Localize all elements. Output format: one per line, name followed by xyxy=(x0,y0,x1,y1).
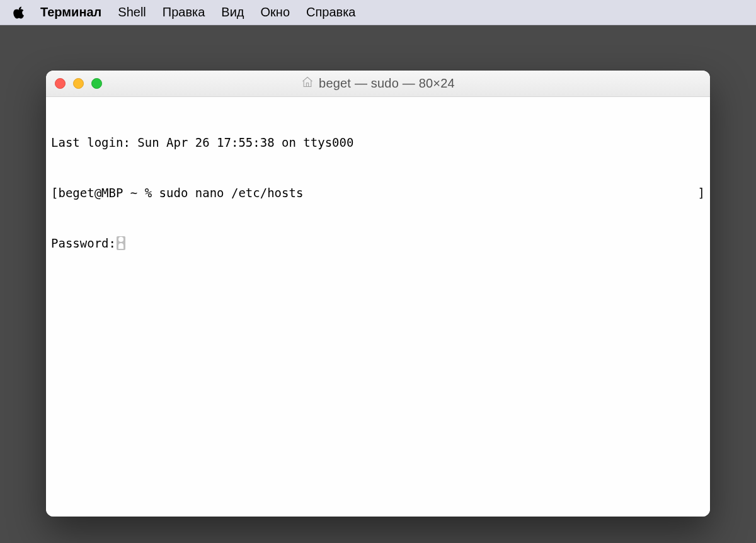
menu-item-help[interactable]: Справка xyxy=(306,5,355,20)
macos-menubar: Терминал Shell Правка Вид Окно Справка xyxy=(0,0,756,25)
menu-item-shell[interactable]: Shell xyxy=(118,5,146,20)
last-login-line: Last login: Sun Apr 26 17:55:38 on ttys0… xyxy=(51,134,705,151)
prompt-right-bracket: ] xyxy=(698,185,705,202)
menu-item-edit[interactable]: Правка xyxy=(163,5,205,20)
traffic-lights xyxy=(55,78,102,89)
menubar-app-name[interactable]: Терминал xyxy=(40,5,101,20)
password-label: Password: xyxy=(51,235,116,252)
prompt-line: [beget@MBP ~ % sudo nano /etc/hosts ] xyxy=(51,185,705,202)
terminal-window: beget — sudo — 80×24 Last login: Sun Apr… xyxy=(46,71,710,517)
menu-item-window[interactable]: Окно xyxy=(261,5,290,20)
window-title-wrap: beget — sudo — 80×24 xyxy=(301,76,455,91)
maximize-button[interactable] xyxy=(91,78,102,89)
menu-item-view[interactable]: Вид xyxy=(221,5,244,20)
window-titlebar[interactable]: beget — sudo — 80×24 xyxy=(46,71,710,97)
window-title: beget — sudo — 80×24 xyxy=(319,76,455,91)
minimize-button[interactable] xyxy=(73,78,84,89)
prompt-text: [beget@MBP ~ % sudo nano /etc/hosts xyxy=(51,185,303,202)
terminal-body[interactable]: Last login: Sun Apr 26 17:55:38 on ttys0… xyxy=(46,97,710,517)
apple-logo-icon[interactable] xyxy=(13,6,25,20)
key-cursor-icon xyxy=(117,236,125,250)
home-icon xyxy=(301,76,314,91)
close-button[interactable] xyxy=(55,78,66,89)
password-line: Password: xyxy=(51,235,705,252)
